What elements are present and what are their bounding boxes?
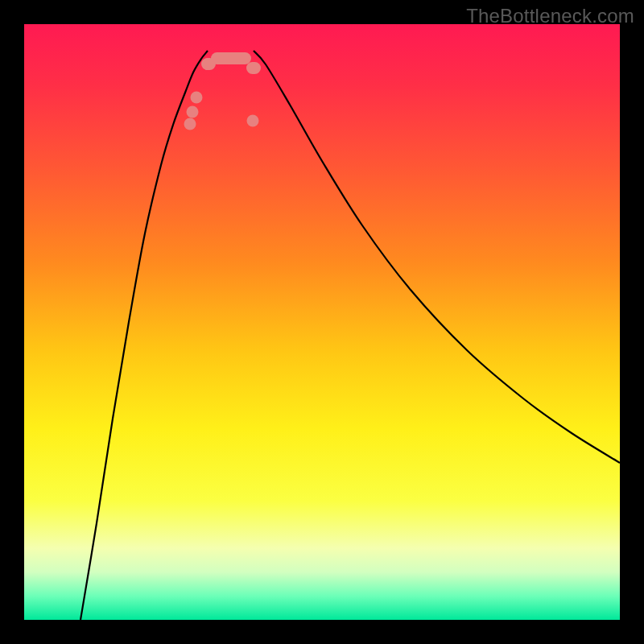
- marker-dot: [191, 92, 203, 104]
- valley-bar: [246, 62, 261, 74]
- marker-dot: [184, 118, 196, 130]
- marker-dot: [187, 106, 199, 118]
- curve-left-branch: [80, 51, 208, 620]
- valley-markers: [184, 52, 262, 130]
- watermark-text: TheBottleneck.com: [466, 5, 634, 27]
- bottleneck-curve: [24, 24, 620, 620]
- marker-dot: [247, 115, 259, 127]
- valley-bar: [211, 52, 251, 64]
- curve-right-branch: [254, 51, 620, 463]
- plot-frame: [24, 24, 620, 620]
